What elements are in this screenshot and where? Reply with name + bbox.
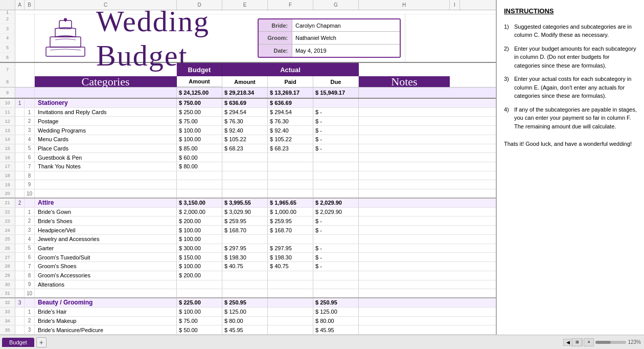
sub1-6-budget[interactable]: $ 60.00 xyxy=(177,153,222,162)
subrow-1-3: 13 3 Wedding Programs $ 100.00 $ 92.40 $… xyxy=(0,126,496,135)
cat3-due[interactable]: $ 250.95 xyxy=(313,298,359,307)
bride-value[interactable]: Carolyn Chapman xyxy=(292,19,400,31)
sub1-4-actual[interactable]: $ 105.22 xyxy=(222,135,268,144)
sub2-2-actual[interactable]: $ 259.95 xyxy=(222,216,268,225)
sub2-6-paid[interactable]: $ 198.30 xyxy=(268,253,313,261)
sub2-3-due[interactable]: $ - xyxy=(313,226,359,234)
cat3-budget[interactable]: $ 225.00 xyxy=(177,298,222,307)
sub3-1-due[interactable]: $ 125.00 xyxy=(313,308,359,316)
table-view-btn[interactable]: ≡ xyxy=(584,338,594,346)
date-value[interactable]: May 4, 2019 xyxy=(292,45,400,57)
subrow-3-1: 33 1 Bride's Hair $ 100.00 $ 125.00 $ 12… xyxy=(0,308,496,317)
cat1-budget[interactable]: $ 750.00 xyxy=(177,99,222,107)
sub1-4-paid[interactable]: $ 105.22 xyxy=(268,135,313,144)
date-row: Date: May 4, 2019 xyxy=(259,45,400,57)
cat3-actual[interactable]: $ 250.95 xyxy=(222,298,268,307)
sub1-3-paid[interactable]: $ 92.40 xyxy=(268,126,313,135)
sheet-tab-budget[interactable]: Budget xyxy=(2,338,34,347)
sub1-4-due[interactable]: $ - xyxy=(313,135,359,144)
instruction-2: 2) Enter your budget amounts for each su… xyxy=(504,45,637,70)
sub2-6-actual[interactable]: $ 198.30 xyxy=(222,253,268,261)
sub2-5-due[interactable]: $ - xyxy=(313,244,359,253)
sub2-6-due[interactable]: $ - xyxy=(313,253,359,261)
sub2-5-actual[interactable]: $ 297.95 xyxy=(222,244,268,253)
sub3-3-budget[interactable]: $ 50.00 xyxy=(177,325,222,334)
sub1-1-actual[interactable]: $ 294.54 xyxy=(222,108,268,117)
bride-groom-info: Bride: Carolyn Chapman Groom: Nathaniel … xyxy=(258,18,401,58)
subrow-2-6: 27 6 Groom's Tuxedo/Suit $ 150.00 $ 198.… xyxy=(0,253,496,262)
col-h-header: H xyxy=(359,0,450,10)
cat2-paid[interactable]: $ 1,965.65 xyxy=(268,199,313,207)
subrow-1-5: 15 5 Place Cards $ 85.00 $ 68.23 $ 68.23… xyxy=(0,144,496,154)
total-budget-amount: $ 24,125.00 xyxy=(177,88,222,98)
sub1-5-budget[interactable]: $ 85.00 xyxy=(177,144,222,153)
subrow-1-6: 16 6 Guestbook & Pen $ 60.00 xyxy=(0,153,496,162)
amount-sub-header2: Amount xyxy=(222,76,268,87)
sub1-2-actual[interactable]: $ 76.30 xyxy=(222,117,268,125)
sub2-2-budget[interactable]: $ 200.00 xyxy=(177,216,222,225)
bottom-tab-bar: Budget + ◀ ▶ ⊞ ≡ 123% xyxy=(0,335,644,349)
sub2-3-actual[interactable]: $ 168.70 xyxy=(222,226,268,234)
sub1-2-budget[interactable]: $ 75.00 xyxy=(177,117,222,125)
sub1-3-actual[interactable]: $ 92.40 xyxy=(222,126,268,135)
cat2-budget[interactable]: $ 3,150.00 xyxy=(177,199,222,207)
sub2-5-budget[interactable]: $ 300.00 xyxy=(177,244,222,253)
sub2-3-paid[interactable]: $ 168.70 xyxy=(268,226,313,234)
cat1-due[interactable] xyxy=(313,99,359,107)
sub2-4-budget[interactable]: $ 100.00 xyxy=(177,235,222,244)
sub1-5-due[interactable]: $ - xyxy=(313,144,359,153)
sub3-2-actual[interactable]: $ 80.00 xyxy=(222,317,268,325)
sub2-7-budget[interactable]: $ 100.00 xyxy=(177,262,222,271)
sub2-8-budget[interactable]: $ 200.00 xyxy=(177,271,222,280)
sub2-1-budget[interactable]: $ 2,000.00 xyxy=(177,208,222,216)
grid-view-btn[interactable]: ⊞ xyxy=(572,338,582,346)
cat1-paid[interactable]: $ 636.69 xyxy=(268,99,313,107)
sub2-1-due[interactable]: $ 2,029.90 xyxy=(313,208,359,216)
zoom-slider[interactable] xyxy=(595,341,626,344)
subrow-2-10: 31 10 xyxy=(0,289,496,298)
bride-row: Bride: Carolyn Chapman xyxy=(259,19,400,32)
sub1-2-paid[interactable]: $ 76.30 xyxy=(268,117,313,125)
sub1-3-budget[interactable]: $ 100.00 xyxy=(177,126,222,135)
sub1-7-budget[interactable]: $ 80.00 xyxy=(177,162,222,171)
sub2-7-name: Groom's Shoes xyxy=(35,262,177,271)
sub3-3-actual[interactable]: $ 45.95 xyxy=(222,325,268,334)
sub2-5-paid[interactable]: $ 297.95 xyxy=(268,244,313,253)
sub3-3-due[interactable]: $ 45.95 xyxy=(313,325,359,334)
sub1-2-due[interactable]: $ - xyxy=(313,117,359,125)
sub2-7-actual[interactable]: $ 40.75 xyxy=(222,262,268,271)
sub1-4-budget[interactable]: $ 100.00 xyxy=(177,135,222,144)
sub2-1-paid[interactable]: $ 1,000.00 xyxy=(268,208,313,216)
sub3-2-due[interactable]: $ 80.00 xyxy=(313,317,359,325)
sub2-1-actual[interactable]: $ 3,029.90 xyxy=(222,208,268,216)
groom-value[interactable]: Nathaniel Welch xyxy=(292,32,400,43)
subrow-1-4: 14 4 Menu Cards $ 100.00 $ 105.22 $ 105.… xyxy=(0,135,496,144)
sub1-5-paid[interactable]: $ 68.23 xyxy=(268,144,313,153)
sub2-7-due[interactable]: $ - xyxy=(313,262,359,271)
groom-row: Groom: Nathaniel Welch xyxy=(259,32,400,44)
sub1-3-due[interactable]: $ - xyxy=(313,126,359,135)
cat2-due[interactable]: $ 2,029.90 xyxy=(313,199,359,207)
sub2-1-name: Bride's Gown xyxy=(35,208,177,216)
subrow-1-2: 12 2 Postage $ 75.00 $ 76.30 $ 76.30 $ - xyxy=(0,117,496,126)
sub2-2-paid[interactable]: $ 259.95 xyxy=(268,216,313,225)
sub2-6-budget[interactable]: $ 150.00 xyxy=(177,253,222,261)
row-8-sub-header: 8 Categories Amount Amount Paid Due Note… xyxy=(0,76,496,88)
sub3-1-actual[interactable]: $ 125.00 xyxy=(222,308,268,316)
sub3-1-budget[interactable]: $ 100.00 xyxy=(177,308,222,316)
subrow-2-3: 24 3 Headpiece/Veil $ 100.00 $ 168.70 $ … xyxy=(0,226,496,235)
sub3-2-budget[interactable]: $ 75.00 xyxy=(177,317,222,325)
scroll-left-btn[interactable]: ◀ xyxy=(563,339,572,346)
sub2-7-paid[interactable]: $ 40.75 xyxy=(268,262,313,271)
sub1-5-actual[interactable]: $ 68.23 xyxy=(222,144,268,153)
sub1-1-due[interactable]: $ - xyxy=(313,108,359,117)
cat2-actual[interactable]: $ 3,995.55 xyxy=(222,199,268,207)
date-label: Date: xyxy=(259,45,292,57)
sub2-2-due[interactable]: $ - xyxy=(313,216,359,225)
sub1-1-budget[interactable]: $ 250.00 xyxy=(177,108,222,117)
sub1-1-paid[interactable]: $ 294.54 xyxy=(268,108,313,117)
add-sheet-button[interactable]: + xyxy=(36,337,47,347)
svg-rect-2 xyxy=(50,37,81,47)
sub2-3-budget[interactable]: $ 100.00 xyxy=(177,226,222,234)
cat1-actual[interactable]: $ 636.69 xyxy=(222,99,268,107)
